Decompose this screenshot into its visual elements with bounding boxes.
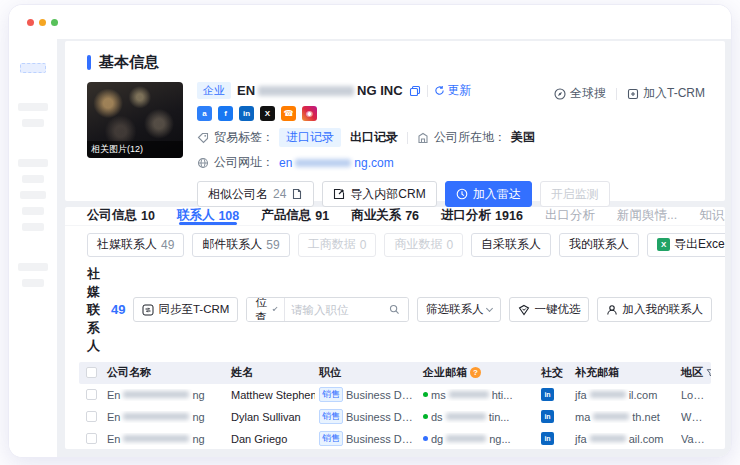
table-row[interactable]: Enng Matthew Stephen 销售Business Devel...… (79, 384, 711, 406)
add-my-contacts-button[interactable]: 加入我的联系人 (597, 297, 712, 322)
social-app-icon[interactable]: a (197, 106, 212, 121)
location-label: 公司所在地： (434, 129, 506, 146)
tab-item[interactable]: 公司信息10 (87, 207, 155, 225)
table-row[interactable]: Enng Dan Griego 销售Business Devel... dgng… (79, 428, 711, 449)
filter-chip[interactable]: 商业数据0 (384, 233, 463, 257)
filter-chip[interactable]: 我的联系人 (559, 233, 639, 257)
cell-position: 销售Business Devel... (315, 387, 419, 402)
row-checkbox[interactable] (86, 433, 97, 444)
cell-region: Wheaton, Illinois, United ... (677, 411, 711, 423)
cell-social: in (537, 410, 571, 423)
tab-item[interactable]: 商业关系76 (351, 207, 419, 225)
export-records-tag[interactable]: 出口记录 (350, 129, 398, 146)
join-tcrm-button[interactable]: 加入T-CRM (627, 85, 705, 102)
website-link[interactable]: en ng.com (279, 156, 394, 170)
company-name: EN NG INC (237, 83, 403, 98)
redacted-text (593, 413, 629, 420)
tab-item[interactable]: 联系人108 (177, 207, 239, 225)
sidebar-skeleton (9, 39, 57, 457)
excel-icon: X (657, 238, 670, 251)
dept-tag: 销售 (319, 387, 343, 402)
job-query-dropdown[interactable]: 职位查询 (247, 298, 285, 321)
cell-social: in (537, 388, 571, 401)
facebook-icon[interactable]: f (218, 106, 233, 121)
x-twitter-icon[interactable]: X (260, 106, 275, 121)
location-value: 美国 (511, 129, 535, 146)
import-crm-button[interactable]: 导入内部CRM (322, 181, 436, 207)
header-name: 姓名 (227, 365, 315, 380)
copy-icon[interactable] (409, 85, 421, 97)
tab-item[interactable]: 新闻舆情... (617, 207, 677, 225)
linkedin-icon[interactable]: in (541, 410, 554, 423)
linkedin-icon[interactable]: in (541, 388, 554, 401)
row-checkbox[interactable] (86, 389, 97, 400)
search-button[interactable] (381, 298, 408, 321)
update-button[interactable]: 更新 (434, 82, 472, 99)
cell-email: mshti... (419, 389, 537, 401)
filter-chip[interactable]: 邮件联系人59 (192, 233, 289, 257)
globe-icon (197, 157, 209, 169)
header-alt-email: 补充邮箱 (571, 365, 677, 380)
redacted-text (123, 413, 189, 420)
contacts-table: 公司名称 姓名 职位 企业邮箱? 社交 补充邮箱 地区 Enng (79, 362, 711, 449)
redacted-text (446, 435, 486, 442)
import-icon (333, 188, 345, 200)
job-search-group: 职位查询 (246, 297, 409, 322)
redacted-text (446, 413, 486, 420)
import-records-tag[interactable]: 进口记录 (279, 128, 341, 147)
divider (427, 85, 428, 97)
select-all-checkbox[interactable] (86, 367, 97, 378)
chevron-down-icon (486, 305, 493, 312)
email-status-dot (423, 414, 428, 419)
redacted-text (590, 391, 626, 398)
table-header-row: 公司名称 姓名 职位 企业邮箱? 社交 补充邮箱 地区 (79, 362, 711, 384)
filter-chips-row: 社媒联系人49邮件联系人59工商数据0商业数据0自采联系人我的联系人 X 导出E… (65, 226, 725, 262)
filter-chip[interactable]: 自采联系人 (471, 233, 551, 257)
sidebar-skeleton-item (18, 159, 48, 167)
chevron-down-icon (272, 306, 277, 311)
building-icon (417, 132, 429, 144)
linkedin-icon[interactable]: in (239, 106, 254, 121)
linkedin-icon[interactable]: in (541, 432, 554, 445)
filter-chip[interactable]: 社媒联系人49 (87, 233, 184, 257)
instagram-icon[interactable]: ◉ (302, 106, 317, 121)
table-row[interactable]: Enng Dylan Sullivan 销售Business Devel... … (79, 406, 711, 428)
export-excel-button[interactable]: X 导出Excel (647, 233, 725, 257)
join-radar-button[interactable]: 加入雷达 (445, 181, 532, 207)
window-titlebar (9, 5, 731, 39)
cell-position: 销售Business Devel... (315, 431, 419, 446)
tab-item[interactable]: 知识产权 (699, 207, 725, 225)
cell-company: Enng (103, 411, 227, 423)
job-title-input[interactable] (285, 298, 381, 321)
tab-item[interactable]: 产品信息91 (261, 207, 329, 225)
photo-caption: 相关图片(12) (87, 141, 183, 158)
company-photo[interactable]: 相关图片(12) (87, 82, 183, 158)
quick-optimize-button[interactable]: 一键优选 (509, 297, 589, 322)
dept-tag: 销售 (319, 431, 343, 446)
sync-tcrm-button[interactable]: 同步至T-CRM (133, 297, 238, 322)
window-dot[interactable] (51, 19, 58, 26)
filter-funnel-icon[interactable] (706, 368, 711, 378)
filter-contacts-dropdown[interactable]: 筛选联系人 (417, 297, 502, 322)
tab-item[interactable]: 进口分析1916 (441, 207, 523, 225)
dept-tag: 销售 (319, 409, 343, 424)
document-icon (291, 188, 303, 200)
redacted-text (590, 435, 626, 442)
filter-chip[interactable]: 工商数据0 (298, 233, 377, 257)
global-search-button[interactable]: 全球搜 (554, 85, 606, 102)
window-dot[interactable] (39, 19, 46, 26)
cell-alt-email: jfaail.com (571, 433, 677, 445)
phone-icon[interactable]: ☎ (281, 106, 296, 121)
search-icon (389, 304, 400, 315)
similar-company-button[interactable]: 相似公司名 24 (197, 181, 314, 207)
help-icon[interactable]: ? (470, 367, 481, 378)
redacted-text (123, 435, 189, 442)
tab-item[interactable]: 出口分析 (545, 207, 595, 225)
start-monitoring-button[interactable]: 开启监测 (540, 181, 610, 207)
cell-company: Enng (103, 389, 227, 401)
trade-tags-label: 贸易标签： (214, 129, 274, 146)
cell-social: in (537, 432, 571, 445)
compass-icon (554, 88, 566, 100)
window-dot[interactable] (27, 19, 34, 26)
row-checkbox[interactable] (86, 411, 97, 422)
